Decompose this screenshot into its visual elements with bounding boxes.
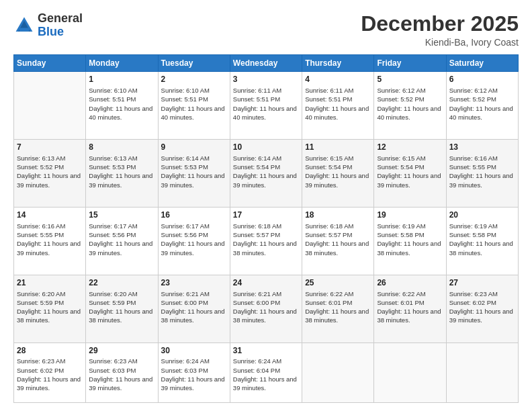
daylight-text: Daylight: 11 hours and 40 minutes. bbox=[449, 104, 515, 122]
sunset-text: Sunset: 5:56 PM bbox=[89, 230, 154, 239]
calendar-cell bbox=[374, 342, 446, 402]
calendar-week-row: 28Sunrise: 6:23 AMSunset: 6:02 PMDayligh… bbox=[14, 342, 519, 402]
daylight-text: Daylight: 11 hours and 40 minutes. bbox=[161, 104, 227, 122]
sunrise-text: Sunrise: 6:21 AM bbox=[233, 289, 299, 298]
day-number: 14 bbox=[17, 210, 83, 221]
sunset-text: Sunset: 5:51 PM bbox=[89, 95, 154, 103]
sunset-text: Sunset: 5:51 PM bbox=[305, 95, 371, 103]
daylight-text: Daylight: 11 hours and 39 minutes. bbox=[161, 375, 227, 393]
daylight-text: Daylight: 11 hours and 39 minutes. bbox=[449, 307, 515, 325]
sunset-text: Sunset: 5:55 PM bbox=[449, 163, 515, 171]
sunset-text: Sunset: 5:58 PM bbox=[377, 230, 443, 239]
sunset-text: Sunset: 5:51 PM bbox=[233, 95, 299, 103]
logo-blue: Blue bbox=[38, 25, 64, 38]
logo-general: General bbox=[38, 11, 83, 25]
day-number: 1 bbox=[89, 74, 154, 85]
daylight-text: Daylight: 11 hours and 39 minutes. bbox=[161, 171, 227, 189]
calendar-cell: 16Sunrise: 6:17 AMSunset: 5:56 PMDayligh… bbox=[158, 207, 230, 275]
day-number: 16 bbox=[161, 210, 227, 221]
day-number: 17 bbox=[233, 210, 299, 221]
daylight-text: Daylight: 11 hours and 40 minutes. bbox=[89, 104, 154, 122]
sunset-text: Sunset: 5:59 PM bbox=[17, 298, 83, 307]
sunset-text: Sunset: 5:53 PM bbox=[161, 163, 227, 171]
day-number: 7 bbox=[17, 142, 83, 153]
day-number: 13 bbox=[449, 142, 515, 153]
day-header-wednesday: Wednesday bbox=[230, 55, 302, 72]
daylight-text: Daylight: 11 hours and 39 minutes. bbox=[233, 171, 299, 189]
daylight-text: Daylight: 11 hours and 39 minutes. bbox=[17, 171, 83, 189]
sunrise-text: Sunrise: 6:22 AM bbox=[305, 289, 371, 298]
sunrise-text: Sunrise: 6:12 AM bbox=[377, 86, 443, 95]
calendar-cell: 31Sunrise: 6:24 AMSunset: 6:04 PMDayligh… bbox=[230, 342, 302, 402]
calendar-cell: 21Sunrise: 6:20 AMSunset: 5:59 PMDayligh… bbox=[14, 275, 86, 342]
sunrise-text: Sunrise: 6:16 AM bbox=[17, 222, 83, 230]
daylight-text: Daylight: 11 hours and 39 minutes. bbox=[233, 375, 299, 393]
calendar-cell: 13Sunrise: 6:16 AMSunset: 5:55 PMDayligh… bbox=[446, 140, 518, 208]
sunrise-text: Sunrise: 6:11 AM bbox=[305, 86, 371, 95]
calendar-cell: 26Sunrise: 6:22 AMSunset: 6:01 PMDayligh… bbox=[374, 275, 446, 342]
day-number: 8 bbox=[89, 142, 154, 153]
day-number: 2 bbox=[161, 74, 227, 85]
calendar-cell bbox=[446, 342, 518, 402]
sunrise-text: Sunrise: 6:10 AM bbox=[89, 86, 154, 95]
sunset-text: Sunset: 5:54 PM bbox=[233, 163, 299, 171]
day-number: 12 bbox=[377, 142, 443, 153]
calendar-header-row: SundayMondayTuesdayWednesdayThursdayFrid… bbox=[14, 55, 519, 72]
header: General Blue December 2025 Kiendi-Ba, Iv… bbox=[13, 12, 519, 48]
sunrise-text: Sunrise: 6:12 AM bbox=[449, 86, 515, 95]
calendar-cell: 17Sunrise: 6:18 AMSunset: 5:57 PMDayligh… bbox=[230, 207, 302, 275]
sunset-text: Sunset: 5:54 PM bbox=[305, 163, 371, 171]
sunset-text: Sunset: 5:55 PM bbox=[17, 230, 83, 239]
location: Kiendi-Ba, Ivory Coast bbox=[361, 37, 519, 48]
logo-text: General Blue bbox=[38, 12, 83, 39]
daylight-text: Daylight: 11 hours and 40 minutes. bbox=[377, 104, 443, 122]
daylight-text: Daylight: 11 hours and 38 minutes. bbox=[377, 239, 443, 257]
calendar-week-row: 1Sunrise: 6:10 AMSunset: 5:51 PMDaylight… bbox=[14, 72, 519, 140]
day-number: 31 bbox=[233, 345, 299, 357]
daylight-text: Daylight: 11 hours and 39 minutes. bbox=[305, 171, 371, 189]
sunrise-text: Sunrise: 6:24 AM bbox=[233, 357, 299, 365]
calendar-cell: 3Sunrise: 6:11 AMSunset: 5:51 PMDaylight… bbox=[230, 72, 302, 140]
daylight-text: Daylight: 11 hours and 39 minutes. bbox=[89, 239, 154, 257]
month-title: December 2025 bbox=[361, 12, 519, 36]
sunrise-text: Sunrise: 6:24 AM bbox=[161, 357, 227, 365]
sunset-text: Sunset: 5:57 PM bbox=[233, 230, 299, 239]
calendar-cell: 14Sunrise: 6:16 AMSunset: 5:55 PMDayligh… bbox=[14, 207, 86, 275]
sunset-text: Sunset: 5:52 PM bbox=[449, 95, 515, 103]
calendar-cell: 12Sunrise: 6:15 AMSunset: 5:54 PMDayligh… bbox=[374, 140, 446, 208]
sunrise-text: Sunrise: 6:14 AM bbox=[233, 154, 299, 163]
daylight-text: Daylight: 11 hours and 38 minutes. bbox=[161, 307, 227, 325]
daylight-text: Daylight: 11 hours and 38 minutes. bbox=[305, 307, 371, 325]
day-header-friday: Friday bbox=[374, 55, 446, 72]
day-number: 26 bbox=[377, 277, 443, 289]
daylight-text: Daylight: 11 hours and 39 minutes. bbox=[377, 171, 443, 189]
sunset-text: Sunset: 6:03 PM bbox=[161, 366, 227, 375]
daylight-text: Daylight: 11 hours and 39 minutes. bbox=[161, 239, 227, 257]
sunrise-text: Sunrise: 6:17 AM bbox=[161, 222, 227, 230]
calendar-cell: 25Sunrise: 6:22 AMSunset: 6:01 PMDayligh… bbox=[302, 275, 374, 342]
day-number: 11 bbox=[305, 142, 371, 153]
sunrise-text: Sunrise: 6:21 AM bbox=[161, 289, 227, 298]
sunset-text: Sunset: 6:02 PM bbox=[449, 298, 515, 307]
sunset-text: Sunset: 5:58 PM bbox=[449, 230, 515, 239]
day-number: 30 bbox=[161, 345, 227, 357]
calendar-cell: 7Sunrise: 6:13 AMSunset: 5:52 PMDaylight… bbox=[14, 140, 86, 208]
day-number: 24 bbox=[233, 277, 299, 289]
day-number: 10 bbox=[233, 142, 299, 153]
daylight-text: Daylight: 11 hours and 38 minutes. bbox=[305, 239, 371, 257]
calendar-cell: 2Sunrise: 6:10 AMSunset: 5:51 PMDaylight… bbox=[158, 72, 230, 140]
calendar-cell: 10Sunrise: 6:14 AMSunset: 5:54 PMDayligh… bbox=[230, 140, 302, 208]
sunrise-text: Sunrise: 6:13 AM bbox=[17, 154, 83, 163]
sunrise-text: Sunrise: 6:10 AM bbox=[161, 86, 227, 95]
day-number: 4 bbox=[305, 74, 371, 85]
sunset-text: Sunset: 5:54 PM bbox=[377, 163, 443, 171]
sunset-text: Sunset: 6:00 PM bbox=[233, 298, 299, 307]
sunset-text: Sunset: 6:02 PM bbox=[17, 366, 83, 375]
sunrise-text: Sunrise: 6:23 AM bbox=[89, 357, 154, 365]
sunrise-text: Sunrise: 6:22 AM bbox=[377, 289, 443, 298]
day-header-monday: Monday bbox=[86, 55, 158, 72]
daylight-text: Daylight: 11 hours and 39 minutes. bbox=[17, 375, 83, 393]
sunrise-text: Sunrise: 6:17 AM bbox=[89, 222, 154, 230]
sunrise-text: Sunrise: 6:18 AM bbox=[305, 222, 371, 230]
calendar-cell: 29Sunrise: 6:23 AMSunset: 6:03 PMDayligh… bbox=[86, 342, 158, 402]
